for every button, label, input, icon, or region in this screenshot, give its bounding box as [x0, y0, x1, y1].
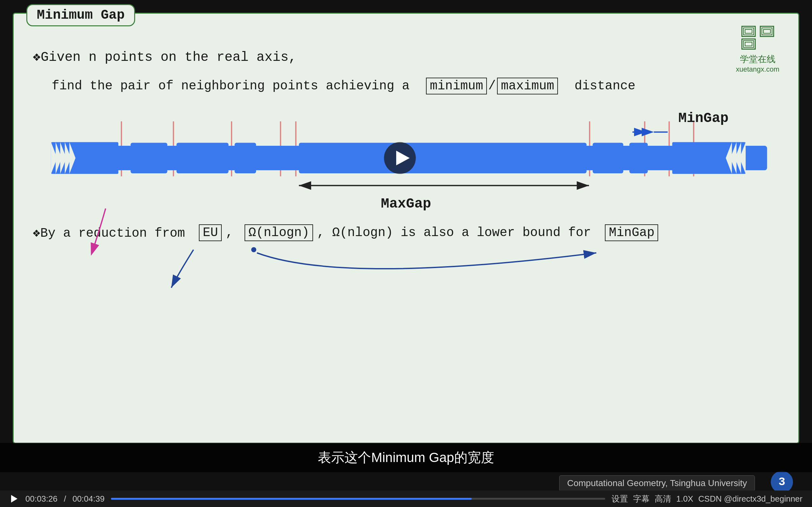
svg-rect-2	[745, 30, 752, 33]
right-controls: 设置 字幕 高清 1.0X CSDN @directx3d_beginner	[612, 493, 803, 504]
svg-rect-27	[235, 143, 256, 173]
line3-mid: , Ω(nlogn) is also a lower bound for	[317, 226, 591, 240]
minimum-box: minimum	[426, 78, 487, 95]
line1-text: ❖Given n points on the real axis,	[33, 49, 779, 65]
svg-point-48	[251, 247, 256, 252]
diagram-area: MinGap	[33, 110, 779, 218]
line2-suffix: distance	[574, 79, 635, 93]
page-num-text: 3	[778, 475, 785, 489]
line2-sep: /	[488, 79, 496, 93]
slide-area: Minimum Gap 学堂在线 xuetangx.com ❖Given n	[13, 13, 799, 444]
settings-button[interactable]: 设置	[612, 493, 628, 504]
progress-bar[interactable]	[111, 498, 605, 500]
time-total: 00:04:39	[72, 494, 104, 504]
subtitle-text: 表示这个Minimum Gap的宽度	[318, 450, 494, 465]
subtitles-button[interactable]: 字幕	[633, 493, 650, 504]
time-sep: /	[64, 494, 66, 504]
omega-box: Ω(nlogn)	[245, 224, 313, 241]
progress-fill	[111, 498, 472, 500]
video-container: Minimum Gap 学堂在线 xuetangx.com ❖Given n	[0, 0, 812, 507]
line3-mingap-box: MinGap	[605, 224, 658, 241]
maxgap-label: MaxGap	[381, 196, 431, 212]
page-number: 3	[771, 471, 793, 493]
eu-box: EU	[199, 224, 222, 241]
info-bar: Computational Geometry, Tsinghua Univers…	[559, 475, 755, 491]
maximum-box: maximum	[497, 78, 558, 95]
svg-rect-25	[131, 143, 167, 173]
svg-rect-29	[593, 143, 623, 173]
speed-button[interactable]: 1.0X	[676, 494, 693, 504]
quality-button[interactable]: 高清	[655, 493, 671, 504]
subtitle-bar: 表示这个Minimum Gap的宽度	[0, 443, 812, 472]
user-label: CSDN @directx3d_beginner	[699, 494, 803, 504]
time-current: 00:03:26	[26, 494, 57, 504]
play-button[interactable]	[9, 494, 19, 504]
line3: ❖By a reduction from EU, Ω(nlogn) , Ω(nl…	[33, 224, 779, 241]
slide-title: Minimum Gap	[37, 8, 125, 23]
svg-rect-5	[763, 30, 770, 33]
info-text: Computational Geometry, Tsinghua Univers…	[567, 478, 747, 488]
curved-arrows-svg	[33, 243, 779, 294]
mingap-label: MinGap	[678, 110, 728, 126]
content-area: ❖Given n points on the real axis, find t…	[33, 39, 779, 424]
line2: find the pair of neighboring points achi…	[52, 78, 779, 95]
line2-prefix: find the pair of neighboring points achi…	[52, 79, 409, 93]
svg-rect-28	[299, 143, 587, 173]
title-box: Minimum Gap	[26, 4, 135, 26]
svg-rect-26	[176, 143, 229, 173]
svg-rect-30	[629, 143, 648, 173]
controls-bar: 00:03:26 / 00:04:39 设置 字幕 高清 1.0X CSDN @…	[0, 491, 812, 507]
